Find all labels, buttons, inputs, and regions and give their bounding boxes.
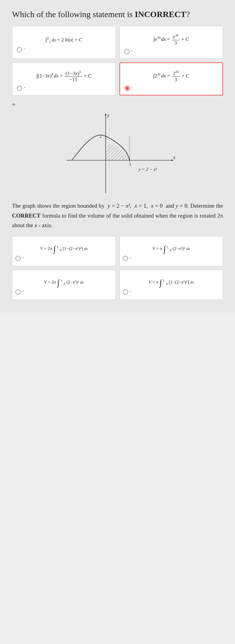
part2-options-row2: V = 2π ∫ 1 0 (2−x²)² dx " V = π ∫ 1 0 [1… — [12, 270, 223, 300]
part2-option-D-radio[interactable] — [123, 289, 128, 295]
part2-options-row1: V = 2π ∫ 1 0 [1−(2−x²)²] dx " V = π ∫ 1 … — [12, 236, 223, 266]
option-C-label: " — [24, 86, 26, 91]
part2-option-B-radio[interactable] — [123, 256, 128, 261]
page: Which of the following statement is INCO… — [0, 0, 235, 312]
option-D-radio[interactable] — [125, 86, 130, 91]
part2-option-B[interactable]: V = π ∫ 1 0 (2−x²)² dx " — [119, 236, 223, 266]
graph-container: x y 1 2 — [12, 112, 223, 196]
part2-option-D-label: " — [130, 290, 131, 294]
option-C-radio[interactable] — [17, 86, 22, 91]
option-A[interactable]: ∫2x dx = 2 ln|x| + C " — [12, 26, 116, 59]
option-D-math: ∫23xdx = 23x 3 + C — [153, 70, 189, 83]
option-A-radio-row[interactable]: " — [17, 47, 26, 53]
option-A-math: ∫2x dx = 2 ln|x| + C — [46, 35, 82, 45]
option-B-radio[interactable] — [124, 49, 130, 54]
part2-option-D-radio-row[interactable]: " — [123, 289, 131, 295]
part2-option-A[interactable]: V = 2π ∫ 1 0 [1−(2−x²)²] dx " — [12, 236, 116, 266]
part2-option-B-math: V = π ∫ 1 0 (2−x²)² dx — [152, 244, 190, 253]
asterisk: * — [12, 101, 223, 109]
part2-option-B-radio-row[interactable]: " — [123, 256, 131, 261]
svg-text:x: x — [173, 155, 175, 160]
part2-option-A-label: " — [23, 256, 24, 261]
option-B-math: ∫e3xdx = e3x 3 + C — [153, 33, 189, 46]
svg-marker-3 — [105, 113, 107, 115]
option-D-radio-row[interactable]: " — [125, 86, 133, 91]
option-C[interactable]: ∫(1−3x)4dx = (1−3x)5 −15 + C " — [12, 62, 116, 95]
question-title: Which of the following statement is INCO… — [12, 9, 223, 20]
part2-option-A-radio[interactable] — [15, 256, 21, 261]
option-D[interactable]: ∫23xdx = 23x 3 + C " — [119, 62, 223, 95]
option-C-math: ∫(1−3x)4dx = (1−3x)5 −15 + C — [36, 70, 91, 83]
svg-text:1: 1 — [129, 162, 131, 167]
option-D-label: " — [132, 86, 133, 91]
part2-option-D-math: V = π ∫ 1 0 [1−(2−x²)²] dx — [149, 277, 194, 287]
part2-option-C[interactable]: V = 2π ∫ 1 0 (2−x²)² dx " — [12, 270, 116, 300]
svg-text:y = 2 − x²: y = 2 − x² — [138, 167, 157, 172]
part2-option-A-math: V = 2π ∫ 1 0 [1−(2−x²)²] dx — [40, 244, 88, 253]
part2-option-C-radio-row[interactable]: " — [15, 289, 24, 295]
option-A-radio[interactable] — [17, 47, 22, 53]
part2-option-C-label: " — [23, 290, 24, 294]
graph-section: x y 1 2 — [12, 112, 223, 196]
option-B-radio-row[interactable]: " — [124, 49, 133, 54]
option-B[interactable]: ∫e3xdx = e3x 3 + C " — [119, 26, 223, 59]
option-C-radio-row[interactable]: " — [17, 86, 26, 91]
description-text: The graph shows the region bounded by y … — [12, 201, 223, 230]
option-A-label: " — [24, 47, 26, 52]
option-B-label: " — [131, 49, 133, 54]
part2-option-B-label: " — [130, 256, 131, 261]
svg-text:y: y — [107, 113, 110, 118]
part2-option-A-radio-row[interactable]: " — [15, 256, 24, 261]
part2-option-C-math: V = 2π ∫ 1 0 (2−x²)² dx — [44, 277, 84, 287]
part2-option-D[interactable]: V = π ∫ 1 0 [1−(2−x²)²] dx " — [119, 270, 223, 300]
part1-options-grid: ∫2x dx = 2 ln|x| + C " ∫e3xdx = e3x 3 + … — [12, 26, 223, 95]
part2-option-C-radio[interactable] — [15, 289, 21, 295]
graph-svg: x y 1 2 — [58, 112, 178, 196]
